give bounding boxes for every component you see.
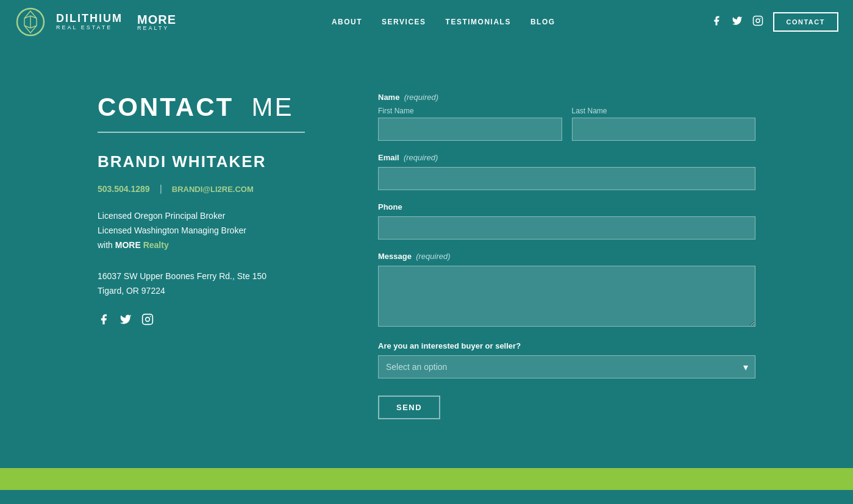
heading-divider [98, 132, 305, 133]
logo-icon [15, 6, 46, 38]
facebook-icon[interactable] [98, 313, 110, 328]
twitter-icon[interactable] [120, 313, 132, 328]
phone-link[interactable]: 503.504.1289 [98, 184, 150, 194]
instagram-icon[interactable] [141, 313, 154, 328]
message-label: Message (required) [378, 252, 755, 261]
logo-brand-name: DILITHIUM [56, 13, 123, 25]
name-required-text: (required) [404, 93, 438, 102]
name-inputs-row: First Name Last Name [378, 107, 755, 141]
last-name-field: Last Name [572, 107, 756, 141]
name-field-group: Name (required) First Name Last Name [378, 93, 755, 141]
logo-realty-text: REALTY [137, 26, 176, 31]
desc-line1: Licensed Oregon Principal Broker [98, 211, 225, 221]
navbar: DILITHIUM REAL ESTATE MORE REALTY ABOUT … [0, 0, 853, 44]
address-line1: 16037 SW Upper Boones Ferry Rd., Ste 150 [98, 269, 329, 284]
nav-instagram-icon[interactable] [752, 15, 763, 29]
contact-info-line: 503.504.1289 | BRANDI@LI2RE.COM [98, 183, 329, 194]
nav-links: ABOUT SERVICES TESTIMONIALS BLOG [332, 18, 555, 26]
phone-label: Phone [378, 202, 755, 211]
buyer-seller-field-group: Are you an interested buyer or seller? S… [378, 341, 755, 378]
nav-right-group: CONTACT [711, 12, 838, 32]
main-content: CONTACT ME BRANDI WHITAKER 503.504.1289 … [0, 44, 853, 468]
social-row [98, 313, 329, 328]
address-line2: Tigard, OR 97224 [98, 284, 329, 299]
last-name-sublabel: Last Name [572, 107, 756, 115]
buyer-seller-label: Are you an interested buyer or seller? [378, 341, 755, 350]
left-column: CONTACT ME BRANDI WHITAKER 503.504.1289 … [98, 93, 329, 419]
logo-more-group: MORE REALTY [137, 13, 176, 31]
phone-field-group: Phone [378, 202, 755, 240]
nav-link-about[interactable]: ABOUT [332, 18, 362, 26]
send-button[interactable]: SEND [378, 396, 440, 419]
svg-rect-6 [753, 16, 762, 26]
message-field-group: Message (required) [378, 252, 755, 329]
buyer-seller-select[interactable]: Select an option Buyer Seller Both [378, 355, 755, 378]
desc-more: MORE [115, 240, 141, 250]
logo-subtitle: REAL ESTATE [56, 25, 123, 31]
nav-link-testimonials[interactable]: TESTIMONIALS [446, 18, 511, 26]
nav-twitter-icon[interactable] [732, 15, 743, 29]
svg-point-8 [760, 18, 761, 19]
footer-bar [0, 468, 853, 490]
svg-point-10 [146, 318, 150, 322]
nav-link-blog[interactable]: BLOG [530, 18, 555, 26]
heading-me: ME [252, 93, 294, 121]
heading-contact: CONTACT [98, 93, 234, 121]
first-name-sublabel: First Name [378, 107, 562, 115]
first-name-input[interactable] [378, 118, 562, 141]
email-link[interactable]: BRANDI@LI2RE.COM [172, 185, 254, 194]
nav-facebook-icon[interactable] [711, 15, 722, 29]
page-heading: CONTACT ME [98, 93, 329, 122]
svg-point-7 [756, 19, 760, 23]
svg-point-11 [150, 316, 151, 318]
address-block: 16037 SW Upper Boones Ferry Rd., Ste 150… [98, 269, 329, 299]
agent-name: BRANDI WHITAKER [98, 152, 329, 171]
logo-text-group: DILITHIUM REAL ESTATE [56, 13, 123, 31]
phone-input[interactable] [378, 216, 755, 240]
logo-more-text: MORE [137, 13, 176, 26]
name-label: Name (required) [378, 93, 755, 102]
contact-form: Name (required) First Name Last Name Ema… [378, 93, 755, 419]
email-field-group: Email (required) [378, 153, 755, 190]
email-required-text: (required) [404, 153, 438, 162]
agent-description: Licensed Oregon Principal Broker License… [98, 209, 329, 252]
contact-button[interactable]: CONTACT [773, 12, 838, 32]
separator: | [160, 183, 162, 194]
desc-line2: Licensed Washington Managing Broker [98, 225, 246, 235]
nav-logo-group: DILITHIUM REAL ESTATE MORE REALTY [15, 6, 176, 38]
desc-line3-prefix: with [98, 240, 115, 250]
nav-link-services[interactable]: SERVICES [382, 18, 426, 26]
message-required-text: (required) [416, 252, 450, 261]
email-input[interactable] [378, 167, 755, 190]
message-input[interactable] [378, 266, 755, 327]
desc-realty: Realty [143, 240, 169, 250]
first-name-field: First Name [378, 107, 562, 141]
last-name-input[interactable] [572, 118, 756, 141]
email-label: Email (required) [378, 153, 755, 162]
select-wrapper: Select an option Buyer Seller Both ▾ [378, 355, 755, 378]
svg-rect-9 [143, 314, 153, 325]
